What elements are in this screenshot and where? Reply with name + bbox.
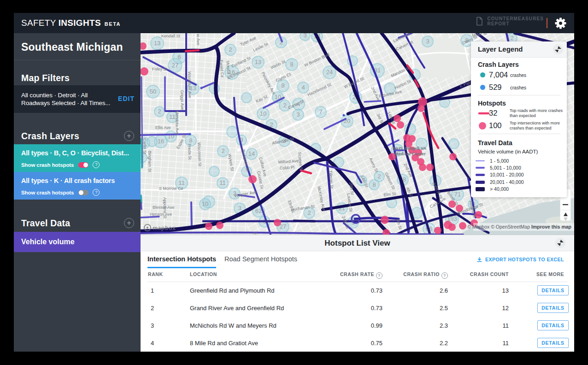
svg-text:Mendota Ave: Mendota Ave: [175, 111, 180, 135]
svg-text:Henson Ave: Henson Ave: [150, 212, 172, 217]
svg-text:11: 11: [219, 179, 226, 186]
svg-text:71: 71: [454, 191, 461, 198]
svg-text:Medical Center: Medical Center: [394, 151, 426, 156]
svg-text:3: 3: [296, 111, 300, 118]
svg-text:10: 10: [202, 200, 208, 207]
svg-text:Appoline St: Appoline St: [163, 197, 167, 219]
svg-text:2: 2: [377, 173, 381, 180]
svg-text:mapbox: mapbox: [153, 225, 176, 231]
svg-text:2: 2: [221, 147, 224, 154]
svg-text:3: 3: [238, 205, 241, 212]
svg-text:S Morrow Cir: S Morrow Cir: [159, 186, 183, 191]
svg-text:Kendall St: Kendall St: [161, 34, 181, 38]
svg-text:io Ave: io Ave: [196, 34, 200, 46]
svg-text:62: 62: [255, 207, 262, 214]
svg-text:7: 7: [319, 108, 322, 115]
svg-text:13: 13: [255, 59, 261, 65]
svg-text:8: 8: [290, 61, 293, 68]
svg-text:© Mapbox © OpenStreetMap: © Mapbox © OpenStreetMap: [467, 224, 530, 230]
svg-text:24: 24: [326, 69, 333, 76]
svg-text:2: 2: [510, 35, 513, 41]
svg-text:2: 2: [307, 209, 311, 216]
svg-text:3: 3: [426, 38, 429, 45]
svg-text:8: 8: [281, 82, 284, 89]
svg-text:3: 3: [303, 33, 306, 39]
svg-text:6: 6: [177, 53, 181, 60]
svg-text:2: 2: [283, 102, 286, 109]
svg-text:50: 50: [150, 88, 156, 95]
svg-text:4: 4: [301, 84, 305, 91]
svg-text:2: 2: [229, 46, 232, 53]
svg-text:11: 11: [178, 179, 185, 186]
svg-text:27: 27: [172, 62, 178, 69]
svg-text:Wisconsin St: Wisconsin St: [197, 142, 202, 167]
svg-text:16: 16: [158, 138, 164, 145]
svg-text:8: 8: [189, 137, 192, 144]
svg-text:8: 8: [372, 181, 376, 188]
svg-text:Freda St: Freda St: [187, 144, 192, 160]
svg-text:Washburn Ave: Washburn Ave: [187, 71, 192, 98]
svg-text:Griggs Ave: Griggs Ave: [180, 90, 185, 110]
svg-text:11: 11: [169, 113, 176, 120]
svg-text:Ellis Ave: Ellis Ave: [155, 125, 171, 130]
svg-text:10: 10: [260, 110, 266, 117]
svg-text:hn D. Dingell VA: hn D. Dingell VA: [393, 146, 426, 151]
svg-text:Improve this map: Improve this map: [531, 224, 571, 230]
svg-text:14: 14: [248, 150, 255, 157]
svg-text:Carlin St: Carlin St: [142, 138, 147, 154]
svg-text:Bingham St: Bingham St: [147, 151, 152, 172]
svg-text:2: 2: [158, 108, 161, 115]
svg-text:Foley St: Foley St: [152, 67, 168, 71]
svg-text:13: 13: [154, 40, 160, 47]
